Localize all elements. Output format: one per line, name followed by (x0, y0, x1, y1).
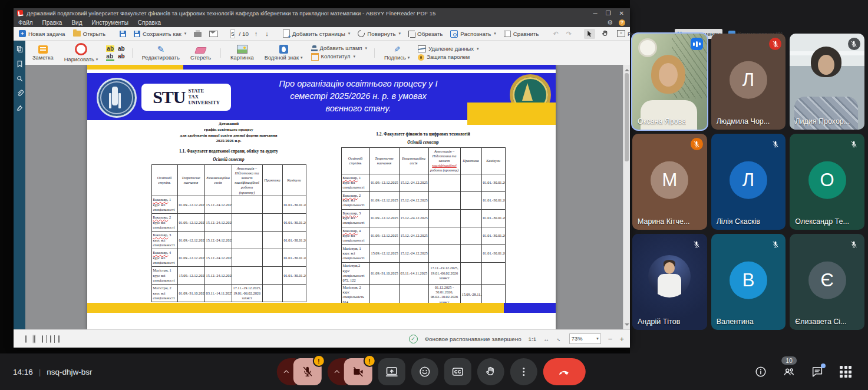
crop-button[interactable]: Обрезать (407, 29, 444, 38)
hand-tool-button[interactable] (599, 28, 611, 39)
date-cell: 15.12.-24.12.2025 (399, 227, 428, 244)
maximize-button[interactable]: ❐ (606, 10, 611, 16)
attachments-panel-icon[interactable] (16, 90, 24, 97)
menu-Инструменты[interactable]: Инструменты (91, 19, 128, 26)
recognize-icon (450, 30, 458, 38)
participant-name: Людмила Чор... (717, 117, 770, 125)
ratio-button[interactable]: 1:1 (529, 336, 537, 342)
participant-tile[interactable]: ВВалентина (711, 234, 786, 330)
participant-tile[interactable]: Оксана Ярова (632, 34, 707, 130)
fit-page-icon[interactable]: ↔ (555, 335, 564, 343)
chat-button[interactable] (810, 365, 824, 379)
highlight-style-3[interactable]: ab (106, 53, 114, 61)
camera-button[interactable]: ! (344, 358, 372, 385)
raise-hand-button[interactable] (477, 358, 504, 385)
draw-button[interactable]: Нарисовать▾ (62, 42, 101, 63)
chat-notification-dot (821, 363, 826, 368)
pages-panel-icon[interactable] (16, 45, 24, 53)
watermark-button[interactable]: Водяной знак▾ (262, 44, 305, 61)
help-icon[interactable]: ? (619, 19, 625, 26)
toolbar-separator (220, 48, 221, 58)
degree-cell: Магістри,2 курс спеціальності 072, 122 (341, 262, 369, 284)
minimize-button[interactable]: ─ (593, 10, 598, 16)
view-two-pages-continuous[interactable] (49, 335, 52, 343)
select-tool-button[interactable] (584, 29, 595, 39)
erase-button[interactable]: Стереть (188, 44, 213, 61)
highlight-style-1[interactable]: ab (106, 45, 114, 52)
participant-tile[interactable]: ЛЛілія Скасків (711, 134, 786, 230)
gear-icon[interactable]: ⚙ (607, 19, 613, 27)
page-number-input[interactable]: 5 (230, 29, 235, 38)
menu-Вид[interactable]: Вид (71, 19, 82, 26)
participants-button[interactable]: 10 (782, 365, 796, 379)
new-task-button[interactable]: +Новая задача (17, 29, 67, 38)
add-stamp-button[interactable]: Добавить штамп▾ (311, 45, 367, 51)
document-scrollbar[interactable] (623, 65, 630, 330)
highlight-style-group[interactable]: abababab (106, 45, 124, 61)
view-single-page[interactable] (24, 335, 28, 343)
participant-tile[interactable]: ООлександр Те... (790, 134, 864, 230)
menu-Правка[interactable]: Правка (42, 19, 62, 26)
remove-data-button[interactable]: Удаление данных▾ (418, 45, 478, 52)
meeting-code: nsq-dhjw-bsr (47, 368, 92, 376)
mic-button[interactable]: ! (293, 358, 321, 385)
rotate-button[interactable]: Повернуть▾ (356, 29, 402, 38)
more-options-button[interactable] (510, 358, 537, 385)
participant-tile[interactable]: Андрій Тітов (632, 234, 707, 330)
slide-strip-yellow-bottom (87, 303, 504, 313)
save-as-button[interactable]: Сохранить как▾ (132, 29, 188, 38)
password-button[interactable]: Защита паролем (418, 54, 478, 61)
highlight-style-2[interactable]: ab (118, 45, 125, 52)
view-continuous[interactable] (32, 335, 36, 343)
add-pages-button[interactable]: Добавить страницы▾ (281, 28, 352, 39)
menu-Справка[interactable]: Справка (138, 19, 161, 26)
zoom-out-button[interactable]: − (608, 335, 613, 343)
view-two-pages[interactable] (41, 335, 44, 343)
header-footer-button[interactable]: Колонтитул▾ (311, 53, 367, 61)
bookmarks-panel-icon[interactable] (16, 60, 24, 68)
form-editor-icon: ≡ (617, 30, 625, 37)
toolbar-separator (374, 48, 375, 58)
participant-name: Олександр Те... (795, 217, 849, 226)
participant-tile[interactable]: ЄЄлизавета Сі... (790, 234, 864, 330)
participant-tile[interactable]: Лидия Прохор... (790, 34, 864, 130)
note-button[interactable]: Заметка (30, 45, 56, 61)
captions-button[interactable] (444, 358, 471, 385)
menu-Файл[interactable]: Файл (18, 19, 33, 26)
date-cell (262, 196, 282, 214)
end-call-button[interactable] (543, 358, 585, 385)
view-fit-screen[interactable] (57, 335, 61, 343)
participant-tile[interactable]: ЛЛюдмила Чор... (711, 34, 786, 130)
activities-button[interactable] (839, 365, 853, 379)
edit-button[interactable]: ✎Редактировать (140, 44, 182, 61)
page-down-button[interactable]: ↓ (263, 29, 270, 38)
redo-button[interactable]: ↷ (565, 29, 573, 38)
zoom-select[interactable]: 73%▾ (569, 333, 601, 344)
save-button[interactable] (118, 29, 128, 38)
reactions-button[interactable] (411, 358, 438, 385)
stu-logo-subtext: STATETAXUNIVERSITY (188, 88, 219, 105)
participant-name: Валентина (717, 318, 754, 326)
picture-button[interactable]: Картинка (228, 44, 256, 61)
recognize-button[interactable]: Распознать▾ (448, 29, 497, 39)
close-button[interactable]: ✕ (619, 10, 624, 16)
column-header: Теоретичне навчання (369, 148, 399, 174)
highlight-style-4[interactable]: ab (118, 53, 125, 61)
participant-tile[interactable]: ММарина Кітче... (632, 134, 707, 230)
undo-button[interactable]: ↶ (551, 29, 560, 38)
signature-panel-icon[interactable] (16, 104, 24, 112)
fit-width-icon[interactable]: ↔ (543, 336, 549, 342)
date-cell (262, 214, 282, 232)
open-button[interactable]: Открыть (71, 29, 107, 38)
print-button[interactable] (192, 29, 203, 38)
zoom-in-button[interactable]: + (619, 335, 624, 343)
sign-button[interactable]: ✎Подпись▾ (382, 44, 412, 61)
page-up-button[interactable]: ↑ (253, 29, 260, 38)
present-button[interactable] (378, 358, 405, 385)
email-button[interactable] (207, 29, 220, 38)
meeting-details-button[interactable] (754, 365, 768, 379)
date-cell (232, 249, 262, 267)
compare-button[interactable]: Сравнить (502, 29, 541, 38)
search-panel-icon[interactable] (16, 75, 24, 82)
table-row: Бакалавр, 4 курс всі спеціальності01.09.… (341, 227, 505, 244)
